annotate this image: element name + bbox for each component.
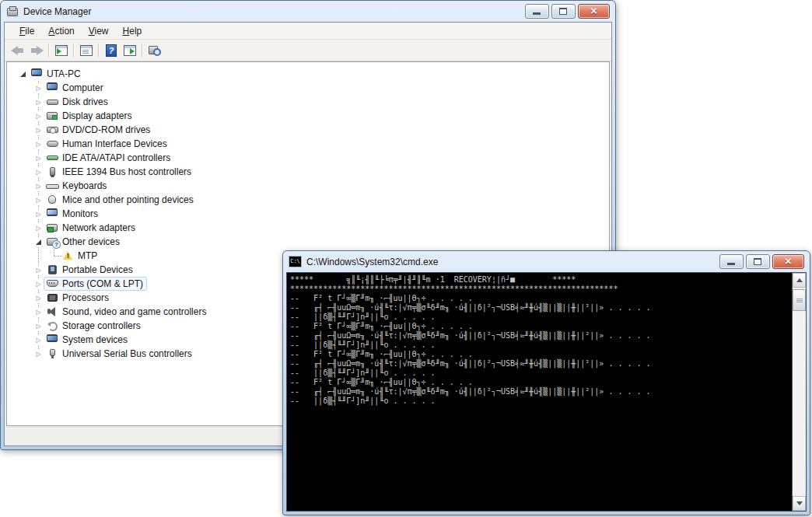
console-tree-button[interactable]: [52, 42, 71, 59]
close-button[interactable]: [578, 4, 610, 19]
device-manager-titlebar[interactable]: Device Manager: [1, 1, 615, 22]
tree-item-label: Other devices: [62, 236, 120, 247]
tree-item-label: Portable Devices: [62, 264, 133, 275]
keyboard-icon: [46, 180, 59, 191]
scroll-thumb[interactable]: [793, 289, 806, 311]
tree-item-label: System devices: [62, 334, 128, 345]
maximize-button[interactable]: [551, 4, 576, 19]
ports-icon: [46, 278, 59, 289]
menu-action[interactable]: Action: [41, 24, 81, 38]
console-line: -- ||δ▒┤╙╜Γ┘]n╜||╙o . . . . .: [290, 313, 792, 322]
expand-arrow-icon[interactable]: [33, 125, 44, 135]
usb-icon: [46, 348, 59, 359]
tree-item-computer[interactable]: Computer: [7, 81, 609, 95]
cmd-minimize-button[interactable]: [719, 254, 744, 269]
expand-arrow-icon[interactable]: [33, 279, 44, 289]
menu-view[interactable]: View: [82, 24, 116, 38]
tree-item-label: Disk drives: [62, 96, 108, 107]
collapse-arrow-icon[interactable]: [33, 237, 44, 247]
action-pane-button[interactable]: [121, 42, 139, 59]
collapse-arrow-icon[interactable]: [18, 69, 28, 79]
console-scrollbar[interactable]: [792, 273, 806, 511]
toolbar-separator: [73, 44, 75, 58]
network-icon: [46, 222, 59, 233]
console-line: -- F² t Γ┘∞▒Γ╜m╖ ·⌐╢uu||Θ┐÷ . . . . .: [290, 294, 792, 303]
tree-item-human-interface-devices[interactable]: Human Interface Devices: [7, 137, 609, 151]
console-line: ****************************************…: [290, 285, 792, 294]
expand-arrow-icon[interactable]: [33, 349, 44, 359]
expand-arrow-icon[interactable]: [33, 167, 44, 177]
tree-item-monitors[interactable]: Monitors: [7, 207, 609, 221]
scroll-up-button[interactable]: [793, 273, 806, 288]
tree-item-label: Mice and other pointing devices: [62, 194, 194, 205]
console-line: -- F² t Γ┘∞▒Γ╜m╖ ·⌐╢uu||Θ┐÷ . . . . .: [290, 350, 792, 359]
expand-arrow-icon[interactable]: [33, 83, 44, 93]
toolbar-separator: [142, 44, 143, 58]
cmd-maximize-button[interactable]: [746, 254, 770, 269]
tree-item-label: MTP: [78, 250, 97, 261]
computer-root-icon: [30, 68, 44, 79]
cmd-titlebar[interactable]: C:\ C:\Windows\System32\cmd.exe: [283, 251, 810, 272]
tree-item-label: Keyboards: [62, 180, 107, 191]
console-line: -- ╓┤ ⌐╢uuΩ═m╖ ·ú╢╙τ:|√π╤▒σ╙δ╜m╖ ·ú╢||δ|…: [290, 331, 792, 341]
other-icon: [46, 236, 59, 247]
tree-item-uta-pc[interactable]: UTA-PC: [7, 67, 609, 81]
expand-arrow-icon[interactable]: [33, 97, 44, 107]
firewire-icon: [46, 166, 59, 177]
expand-arrow-icon[interactable]: [33, 209, 44, 219]
properties-icon: [79, 44, 93, 57]
sound-icon: [46, 306, 59, 317]
tree-item-keyboards[interactable]: Keyboards: [7, 179, 609, 193]
minimize-button[interactable]: [525, 4, 549, 19]
mouse-icon: [46, 194, 59, 205]
cmd-icon: C:\: [289, 256, 302, 267]
forward-button[interactable]: [27, 42, 46, 59]
expand-arrow-icon[interactable]: [33, 139, 44, 149]
expand-arrow-icon[interactable]: [33, 265, 44, 275]
tree-item-display-adapters[interactable]: Display adapters: [7, 109, 609, 123]
hid-icon: [46, 138, 59, 149]
tree-item-label: Computer: [62, 82, 103, 93]
tree-item-mice-and-other-pointing-devices[interactable]: Mice and other pointing devices: [7, 193, 609, 207]
toolbar: [5, 40, 611, 61]
warning-icon: [61, 250, 75, 261]
tree-item-ieee-1394-bus-host-controllers[interactable]: IEEE 1394 Bus host controllers: [7, 165, 609, 179]
cmd-window: C:\ C:\Windows\System32\cmd.exe ***** ╗║…: [282, 250, 810, 515]
menu-help[interactable]: Help: [116, 24, 149, 38]
tree-item-dvd-cd-rom-drives[interactable]: DVD/CD-ROM drives: [7, 123, 609, 137]
expand-arrow-icon[interactable]: [33, 195, 44, 205]
console-line: -- F² t Γ┘∞▒Γ╜m╖ ·⌐╢uu||Θ┐÷ . . . . .: [290, 378, 792, 387]
scroll-down-button[interactable]: [793, 496, 806, 511]
properties-button[interactable]: [77, 42, 96, 59]
tree-item-disk-drives[interactable]: Disk drives: [7, 95, 609, 109]
back-button[interactable]: [9, 42, 27, 59]
tree-item-network-adapters[interactable]: Network adapters: [7, 221, 609, 235]
expand-arrow-icon[interactable]: [33, 321, 44, 331]
display-icon: [46, 110, 59, 121]
console-tree-icon: [54, 44, 68, 57]
tree-item-ide-ata-atapi-controllers[interactable]: IDE ATA/ATAPI controllers: [7, 151, 609, 165]
back-icon: [11, 44, 25, 57]
scan-button[interactable]: [145, 42, 164, 59]
cmd-close-button[interactable]: [772, 254, 804, 269]
expand-arrow-icon[interactable]: [33, 307, 44, 317]
processor-icon: [46, 292, 59, 303]
tree-item-other-devices[interactable]: Other devices: [7, 235, 609, 249]
expand-arrow-icon[interactable]: [33, 181, 44, 191]
console-line: ***** ╗║╙¡╢║╙├╘π╤╜|╢╜║╙m ·1 RECOVERY¦|ñ┘…: [290, 275, 792, 285]
console-line: -- ||δ▒┤╙╜Γ┘]n╜||╙o . . . . .: [290, 369, 792, 378]
menu-file[interactable]: File: [12, 24, 41, 38]
help-button[interactable]: [102, 42, 121, 59]
scroll-track[interactable]: [793, 288, 806, 496]
device-manager-icon: [6, 6, 19, 17]
expand-arrow-icon[interactable]: [33, 153, 44, 163]
expand-arrow-icon[interactable]: [33, 223, 44, 233]
disk-icon: [46, 96, 59, 107]
tree-item-label: IEEE 1394 Bus host controllers: [62, 166, 191, 177]
tree-item-label: Sound, video and game controllers: [62, 306, 206, 317]
expand-arrow-icon[interactable]: [33, 111, 44, 121]
forward-icon: [30, 44, 44, 57]
expand-arrow-icon[interactable]: [33, 293, 44, 303]
action-pane-icon: [123, 44, 137, 57]
expand-arrow-icon[interactable]: [33, 335, 44, 345]
